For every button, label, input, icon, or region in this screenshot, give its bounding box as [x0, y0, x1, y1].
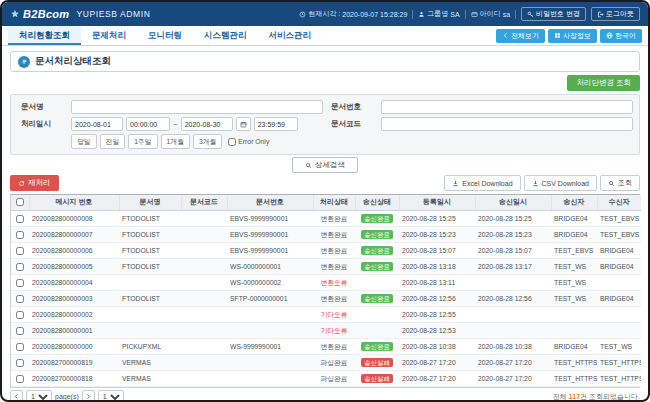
- table-row[interactable]: 2020082800000006FTODOLISTEBVS-9999990001…: [11, 242, 641, 258]
- page-title: 문서처리상태조회: [35, 55, 111, 68]
- time-from-input[interactable]: [126, 117, 170, 131]
- row-checkbox[interactable]: [16, 295, 24, 303]
- cell-no: WS-0000000001: [227, 258, 313, 274]
- cell-no: [227, 322, 313, 338]
- row-checkbox[interactable]: [16, 343, 24, 351]
- column-header[interactable]: 송신일시: [475, 195, 551, 210]
- cell-to: [597, 306, 641, 322]
- nav-item[interactable]: 시스템관리: [193, 26, 258, 45]
- nav-item[interactable]: 모니터링: [137, 26, 193, 45]
- csv-download-button[interactable]: CSV Download: [524, 175, 597, 191]
- column-header[interactable]: 문서명: [119, 195, 181, 210]
- table-row[interactable]: 2020082800000002기타오류2020-08-28 12:55: [11, 306, 641, 322]
- cell-proc: 기타오류: [313, 306, 355, 322]
- cell-to: BRIDGE04: [597, 258, 641, 274]
- quick-range-button[interactable]: 당일: [71, 134, 97, 149]
- table-row[interactable]: 2020082800000007FTODOLISTEBVS-9999990001…: [11, 226, 641, 242]
- calendar-button[interactable]: [236, 117, 251, 131]
- language-button[interactable]: 한국어: [600, 29, 642, 43]
- column-header[interactable]: 문서번호: [227, 195, 313, 210]
- column-header[interactable]: 수신자: [597, 195, 641, 210]
- page-size-select[interactable]: 1: [98, 390, 124, 402]
- search-button[interactable]: 조회: [600, 175, 640, 191]
- column-header[interactable]: 처리상태: [313, 195, 355, 210]
- doc-code-input[interactable]: [381, 117, 633, 131]
- row-checkbox[interactable]: [16, 279, 24, 287]
- cell-msg: 2020082800000004: [29, 274, 119, 290]
- send-status-badge: 송신실패: [361, 358, 393, 367]
- cell-name: FTODOLIST: [119, 210, 181, 226]
- download-icon: [452, 180, 459, 187]
- cell-proc: 파싱완료: [313, 354, 355, 370]
- column-header[interactable]: 메시지 번호: [29, 195, 119, 210]
- row-checkbox[interactable]: [16, 231, 24, 239]
- quick-range-button[interactable]: 전일: [100, 134, 126, 149]
- table-row[interactable]: 2020082700000818VERMAS파싱완료송신실패2020-08-27…: [11, 370, 641, 386]
- doc-no-input[interactable]: [381, 100, 633, 114]
- cell-select: [11, 274, 29, 290]
- column-header[interactable]: 송신상태: [355, 195, 399, 210]
- change-password-button[interactable]: 비밀번호 변경: [521, 7, 586, 21]
- date-from-input[interactable]: [71, 117, 123, 131]
- quick-range-button[interactable]: 3개월: [193, 134, 222, 149]
- table-row[interactable]: 2020082800000004WS-0000000002변환오류2020-08…: [11, 274, 641, 290]
- nav-item[interactable]: 문제처리: [81, 26, 137, 45]
- cell-proc: 변환완료: [313, 242, 355, 258]
- current-time: 현재시각 : 2020-09-07 15:28:29: [299, 9, 407, 19]
- cell-select: [11, 306, 29, 322]
- doc-name-input[interactable]: [71, 100, 323, 114]
- cell-sent: [475, 274, 551, 290]
- process-datetime-label: 처리일시: [17, 119, 67, 129]
- nav-item[interactable]: 서비스관리: [258, 26, 323, 45]
- cell-send: 송신완료: [355, 290, 399, 306]
- row-checkbox[interactable]: [16, 263, 24, 271]
- nav-item[interactable]: 처리현황조회: [8, 26, 81, 45]
- cell-name: [119, 274, 181, 290]
- table-row[interactable]: 2020082800000005FTODOLISTWS-0000000001변환…: [11, 258, 641, 274]
- chevron-left-icon: [502, 32, 509, 39]
- cell-code: [181, 226, 227, 242]
- cell-code: [181, 210, 227, 226]
- logout-button[interactable]: 로그아웃: [591, 7, 640, 21]
- table-row[interactable]: 2020082700000819VERMAS파싱완료송신실패2020-08-27…: [11, 354, 641, 370]
- prev-page-button[interactable]: [10, 390, 23, 402]
- date-to-input[interactable]: [181, 117, 233, 131]
- next-page-button[interactable]: [82, 390, 95, 402]
- detail-search-button[interactable]: 상세검색: [292, 157, 358, 173]
- row-checkbox[interactable]: [16, 327, 24, 335]
- table-row[interactable]: 2020082800000000PICKUPXMLWS-9999990001변환…: [11, 338, 641, 354]
- results-table: 메시지 번호문서명문서코드문서번호처리상태송신상태등록일시송신일시송신자수신자 …: [10, 194, 640, 388]
- table-row[interactable]: 2020082800000001기타오류2020-08-28 12:53: [11, 322, 641, 338]
- show-all-button[interactable]: 전체보기: [496, 29, 545, 43]
- error-only-checkbox[interactable]: [228, 138, 236, 146]
- row-checkbox[interactable]: [16, 375, 24, 383]
- logo[interactable]: B2Bcom: [10, 8, 69, 20]
- table-row[interactable]: 2020082800000008FTODOLISTEBVS-9999990001…: [11, 210, 641, 226]
- process-status: 파싱완료: [320, 375, 347, 382]
- cell-select: [11, 290, 29, 306]
- range-separator: ~: [173, 120, 178, 129]
- stage-change-search-button[interactable]: 처리단변경 조회: [567, 75, 640, 91]
- row-checkbox[interactable]: [16, 247, 24, 255]
- quick-range-button[interactable]: 1주일: [128, 134, 157, 149]
- process-status: 변환완료: [320, 263, 347, 270]
- reprocess-button[interactable]: 재처리: [10, 175, 59, 191]
- page-select[interactable]: 1: [26, 390, 52, 402]
- column-header[interactable]: 송신자: [551, 195, 597, 210]
- site-info-button[interactable]: 사장정보: [548, 29, 597, 43]
- row-checkbox[interactable]: [16, 311, 24, 319]
- cell-reg: 2020-08-28 12:53: [399, 322, 475, 338]
- excel-download-button[interactable]: Excel Download: [444, 175, 520, 191]
- column-header[interactable]: 문서코드: [181, 195, 227, 210]
- time-to-input[interactable]: [254, 117, 298, 131]
- select-all-checkbox[interactable]: [16, 198, 24, 206]
- quick-range-button[interactable]: 1개월: [161, 134, 190, 149]
- row-checkbox[interactable]: [16, 359, 24, 367]
- cell-select: [11, 370, 29, 386]
- column-header[interactable]: 등록일시: [399, 195, 475, 210]
- send-status-badge: 송신완료: [361, 294, 393, 303]
- table-body: 2020082800000008FTODOLISTEBVS-9999990001…: [11, 210, 641, 386]
- table-row[interactable]: 2020082800000003FTODOLISTSFTP-0000000001…: [11, 290, 641, 306]
- cell-no: EBVS-9999990001: [227, 242, 313, 258]
- row-checkbox[interactable]: [16, 215, 24, 223]
